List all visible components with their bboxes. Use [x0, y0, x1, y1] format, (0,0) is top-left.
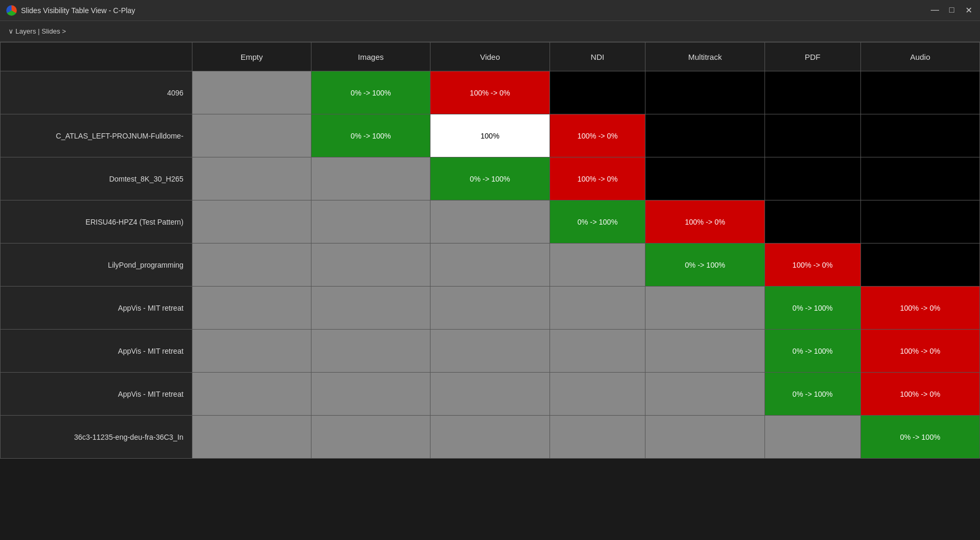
minimize-button[interactable]: — — [930, 5, 940, 15]
cell-audio-7[interactable]: 100% -> 0% — [860, 373, 979, 416]
cell-empty-4[interactable] — [192, 243, 311, 287]
cell-audio-0[interactable] — [860, 71, 979, 114]
breadcrumb-bar: ∨ Layers | Slides > — [0, 21, 980, 42]
cell-ndi-8[interactable] — [550, 416, 645, 459]
cell-audio-8[interactable]: 0% -> 100% — [860, 416, 979, 459]
table-row[interactable]: Domtest_8K_30_H2650% -> 100%100% -> 0% — [1, 157, 980, 200]
row-name: 36c3-11235-eng-deu-fra-36C3_In — [1, 416, 192, 459]
row-name: AppVis - MIT retreat — [1, 330, 192, 373]
table-row[interactable]: C_ATLAS_LEFT-PROJNUM-Fulldome-0% -> 100%… — [1, 114, 980, 157]
cell-images-5[interactable] — [311, 287, 430, 330]
col-header-ndi: NDI — [550, 43, 645, 71]
title-bar-controls: — □ ✕ — [930, 5, 974, 15]
cell-ndi-5[interactable] — [550, 287, 645, 330]
row-name: 4096 — [1, 71, 192, 114]
visibility-table: Empty Images Video NDI Multitrack PDF Au… — [0, 42, 980, 459]
cell-audio-2[interactable] — [860, 157, 979, 200]
cell-ndi-3[interactable]: 0% -> 100% — [550, 200, 645, 243]
cell-video-0[interactable]: 100% -> 0% — [430, 71, 550, 114]
cell-pdf-5[interactable]: 0% -> 100% — [764, 287, 860, 330]
cell-multitrack-7[interactable] — [645, 373, 764, 416]
cell-video-6[interactable] — [430, 330, 550, 373]
cell-video-5[interactable] — [430, 287, 550, 330]
cell-pdf-7[interactable]: 0% -> 100% — [764, 373, 860, 416]
cell-empty-1[interactable] — [192, 114, 311, 157]
cell-multitrack-4[interactable]: 0% -> 100% — [645, 243, 764, 287]
cell-multitrack-5[interactable] — [645, 287, 764, 330]
cell-audio-1[interactable] — [860, 114, 979, 157]
col-header-video: Video — [430, 43, 550, 71]
col-header-multitrack: Multitrack — [645, 43, 764, 71]
col-header-empty: Empty — [192, 43, 311, 71]
cell-multitrack-2[interactable] — [645, 157, 764, 200]
row-name: C_ATLAS_LEFT-PROJNUM-Fulldome- — [1, 114, 192, 157]
cell-empty-0[interactable] — [192, 71, 311, 114]
cell-images-6[interactable] — [311, 330, 430, 373]
cell-video-4[interactable] — [430, 243, 550, 287]
row-name: LilyPond_programming — [1, 243, 192, 287]
table-row[interactable]: ERISU46-HPZ4 (Test Pattern)0% -> 100%100… — [1, 200, 980, 243]
table-row[interactable]: 36c3-11235-eng-deu-fra-36C3_In0% -> 100% — [1, 416, 980, 459]
window-title: Slides Visibility Table View - C-Play — [21, 6, 135, 15]
cell-images-4[interactable] — [311, 243, 430, 287]
cell-multitrack-3[interactable]: 100% -> 0% — [645, 200, 764, 243]
row-name: ERISU46-HPZ4 (Test Pattern) — [1, 200, 192, 243]
col-header-images: Images — [311, 43, 430, 71]
cell-pdf-3[interactable] — [764, 200, 860, 243]
cell-images-7[interactable] — [311, 373, 430, 416]
cell-empty-5[interactable] — [192, 287, 311, 330]
cell-video-1[interactable]: 100% — [430, 114, 550, 157]
cell-pdf-6[interactable]: 0% -> 100% — [764, 330, 860, 373]
cell-ndi-4[interactable] — [550, 243, 645, 287]
col-header-name — [1, 43, 192, 71]
maximize-button[interactable]: □ — [946, 5, 957, 15]
cell-empty-8[interactable] — [192, 416, 311, 459]
cell-ndi-6[interactable] — [550, 330, 645, 373]
breadcrumb[interactable]: ∨ Layers | Slides > — [8, 27, 66, 35]
cell-pdf-4[interactable]: 100% -> 0% — [764, 243, 860, 287]
cell-audio-5[interactable]: 100% -> 0% — [860, 287, 979, 330]
col-header-audio: Audio — [860, 43, 979, 71]
cell-multitrack-6[interactable] — [645, 330, 764, 373]
cell-images-0[interactable]: 0% -> 100% — [311, 71, 430, 114]
cell-empty-7[interactable] — [192, 373, 311, 416]
cell-audio-3[interactable] — [860, 200, 979, 243]
cell-pdf-8[interactable] — [764, 416, 860, 459]
cell-images-3[interactable] — [311, 200, 430, 243]
cell-empty-3[interactable] — [192, 200, 311, 243]
cell-audio-6[interactable]: 100% -> 0% — [860, 330, 979, 373]
cell-images-8[interactable] — [311, 416, 430, 459]
close-button[interactable]: ✕ — [963, 5, 974, 15]
cell-video-3[interactable] — [430, 200, 550, 243]
table-row[interactable]: AppVis - MIT retreat0% -> 100%100% -> 0% — [1, 287, 980, 330]
cell-multitrack-1[interactable] — [645, 114, 764, 157]
cell-video-8[interactable] — [430, 416, 550, 459]
table-row[interactable]: 40960% -> 100%100% -> 0% — [1, 71, 980, 114]
table-row[interactable]: AppVis - MIT retreat0% -> 100%100% -> 0% — [1, 330, 980, 373]
cell-images-2[interactable] — [311, 157, 430, 200]
cell-ndi-7[interactable] — [550, 373, 645, 416]
cell-pdf-1[interactable] — [764, 114, 860, 157]
table-row[interactable]: LilyPond_programming0% -> 100%100% -> 0% — [1, 243, 980, 287]
col-header-pdf: PDF — [764, 43, 860, 71]
cell-pdf-2[interactable] — [764, 157, 860, 200]
cell-ndi-0[interactable] — [550, 71, 645, 114]
table-header-row: Empty Images Video NDI Multitrack PDF Au… — [1, 43, 980, 71]
cell-pdf-0[interactable] — [764, 71, 860, 114]
cell-ndi-2[interactable]: 100% -> 0% — [550, 157, 645, 200]
cell-empty-2[interactable] — [192, 157, 311, 200]
cell-video-2[interactable]: 0% -> 100% — [430, 157, 550, 200]
cell-images-1[interactable]: 0% -> 100% — [311, 114, 430, 157]
row-name: Domtest_8K_30_H265 — [1, 157, 192, 200]
title-bar-left: Slides Visibility Table View - C-Play — [6, 5, 135, 16]
cell-multitrack-0[interactable] — [645, 71, 764, 114]
cell-audio-4[interactable] — [860, 243, 979, 287]
cell-empty-6[interactable] — [192, 330, 311, 373]
cell-ndi-1[interactable]: 100% -> 0% — [550, 114, 645, 157]
row-name: AppVis - MIT retreat — [1, 287, 192, 330]
cell-video-7[interactable] — [430, 373, 550, 416]
cell-multitrack-8[interactable] — [645, 416, 764, 459]
title-bar: Slides Visibility Table View - C-Play — … — [0, 0, 980, 21]
table-row[interactable]: AppVis - MIT retreat0% -> 100%100% -> 0% — [1, 373, 980, 416]
table-container: Empty Images Video NDI Multitrack PDF Au… — [0, 42, 980, 540]
